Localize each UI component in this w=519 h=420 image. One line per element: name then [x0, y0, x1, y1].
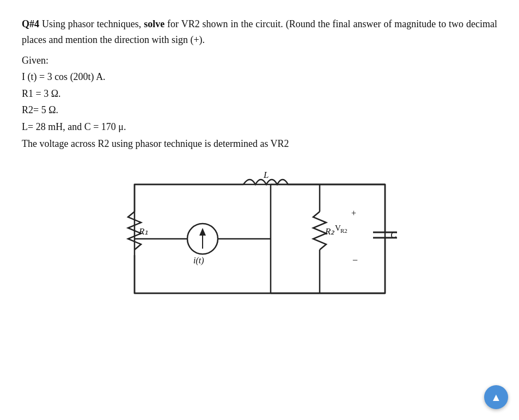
scroll-top-button[interactable]: ▲	[484, 385, 508, 409]
given-label: Given:	[22, 52, 497, 69]
current-label: i(t)	[193, 256, 204, 265]
question-intro-text: Using phasor techniques,	[39, 18, 144, 29]
given-item-0: I (t) = 3 cos (200t) A.	[22, 69, 497, 85]
question-number: Q#4	[22, 18, 39, 29]
C-label: C	[390, 230, 397, 240]
given-item-1: R1 = 3 Ω.	[22, 85, 497, 102]
circuit-svg: R₁ i(t) L	[118, 168, 401, 310]
plus-sign: +	[351, 208, 356, 218]
VR2-subscript: R2	[340, 227, 347, 234]
question-intro: Q#4 Using phasor techniques, solve for V…	[22, 16, 497, 48]
given-item-3: L= 28 mH, and C = 170 μ.	[22, 119, 497, 135]
given-section: Given: I (t) = 3 cos (200t) A. R1 = 3 Ω.…	[22, 52, 497, 152]
minus-sign: −	[352, 255, 358, 265]
circuit-diagram: R₁ i(t) L	[22, 168, 497, 310]
question-block: Q#4 Using phasor techniques, solve for V…	[22, 16, 497, 310]
given-item-4: The voltage across R2 using phasor techn…	[22, 135, 497, 152]
svg-marker-10	[199, 228, 206, 236]
L-label: L	[263, 170, 268, 180]
scroll-top-icon: ▲	[491, 391, 502, 404]
R2-label: R₂	[325, 226, 335, 237]
question-solve-word: solve	[144, 18, 164, 29]
R1-label: R₁	[138, 226, 148, 237]
given-item-2: R2= 5 Ω.	[22, 102, 497, 119]
